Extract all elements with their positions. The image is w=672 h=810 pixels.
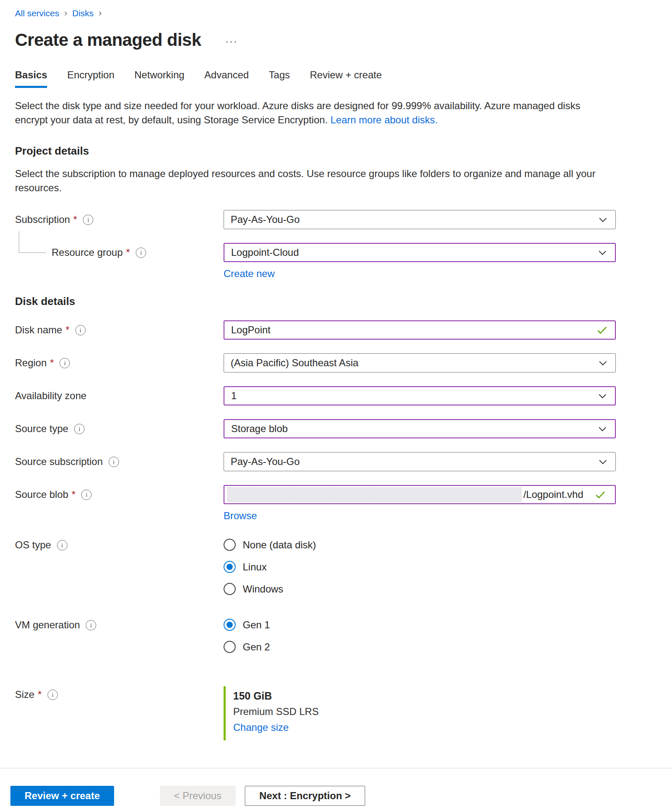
source-subscription-row: Source subscription i Pay-As-You-Go (15, 452, 657, 471)
field-label: Source subscription (15, 456, 103, 468)
required-marker: * (38, 689, 42, 700)
breadcrumb-link-all-services[interactable]: All services (15, 8, 59, 19)
field-label: Source blob (15, 489, 68, 500)
info-icon[interactable]: i (75, 325, 86, 335)
browse-link[interactable]: Browse (224, 510, 257, 522)
tab-bar: Basics Encryption Networking Advanced Ta… (15, 69, 657, 88)
next-encryption-button[interactable]: Next : Encryption > (245, 786, 365, 806)
os-type-radio-group: None (data disk) Linux Windows (224, 539, 316, 605)
subscription-dropdown[interactable]: Pay-As-You-Go (224, 210, 616, 229)
availability-zone-dropdown[interactable]: 1 (224, 386, 616, 405)
redacted-blob-url (227, 487, 522, 502)
breadcrumb-separator-icon: › (99, 8, 102, 19)
info-icon[interactable]: i (81, 490, 92, 500)
radio-option-gen1[interactable]: Gen 1 (224, 619, 270, 631)
chevron-down-icon (597, 423, 608, 435)
radio-icon (224, 583, 236, 595)
vm-generation-row: VM generation i Gen 1 Gen 2 (15, 619, 657, 663)
resource-group-dropdown[interactable]: Logpoint-Cloud (224, 243, 616, 262)
field-label: OS type (15, 539, 51, 551)
field-label: Subscription (15, 214, 70, 225)
source-type-dropdown[interactable]: Storage blob (224, 419, 616, 438)
chevron-down-icon (597, 357, 609, 369)
subscription-value: Pay-As-You-Go (231, 214, 300, 225)
source-blob-row: Source blob * i /Logpoint.vhd (15, 485, 657, 504)
required-marker: * (50, 357, 54, 369)
tab-tags[interactable]: Tags (269, 69, 290, 88)
intro-text: Select the disk type and size needed for… (15, 99, 598, 127)
required-marker: * (65, 324, 69, 336)
tab-review-create[interactable]: Review + create (310, 69, 382, 88)
resource-group-value: Logpoint-Cloud (231, 247, 299, 258)
source-type-value: Storage blob (231, 423, 288, 435)
info-icon[interactable]: i (57, 540, 67, 550)
size-row: Size * i 150 GiB Premium SSD LRS Change … (15, 686, 657, 740)
info-icon[interactable]: i (136, 248, 146, 258)
disk-name-row: Disk name * i LogPoint (15, 320, 657, 340)
required-marker: * (73, 214, 77, 225)
source-subscription-label: Source subscription i (15, 456, 224, 468)
valid-check-icon (596, 324, 608, 336)
field-label: Size (15, 689, 35, 700)
tab-networking[interactable]: Networking (134, 69, 184, 88)
breadcrumb-separator-icon: › (64, 8, 67, 19)
page-content: All services › Disks › Create a managed … (0, 0, 672, 740)
source-subscription-dropdown[interactable]: Pay-As-You-Go (224, 452, 616, 471)
info-icon[interactable]: i (83, 215, 93, 225)
size-value: 150 GiB (233, 689, 319, 703)
region-value: (Asia Pacific) Southeast Asia (231, 357, 358, 369)
info-icon[interactable]: i (74, 424, 85, 434)
previous-button[interactable]: < Previous (160, 786, 236, 806)
resource-group-row: Resource group * i Logpoint-Cloud (15, 243, 657, 262)
radio-option-none-data-disk[interactable]: None (data disk) (224, 539, 316, 551)
info-icon[interactable]: i (86, 620, 96, 630)
info-icon[interactable]: i (109, 457, 119, 467)
region-row: Region * i (Asia Pacific) Southeast Asia (15, 353, 657, 372)
chevron-down-icon (597, 390, 608, 402)
radio-label: Gen 2 (243, 641, 270, 653)
source-blob-input[interactable]: /Logpoint.vhd (224, 485, 616, 504)
field-label: Availability zone (15, 390, 87, 402)
resource-group-label: Resource group * i (15, 247, 224, 258)
tab-advanced[interactable]: Advanced (204, 69, 249, 88)
radio-icon (224, 539, 236, 551)
radio-icon (224, 641, 236, 653)
breadcrumb: All services › Disks › (15, 8, 657, 19)
tab-encryption[interactable]: Encryption (67, 69, 114, 88)
field-label: Resource group (52, 247, 123, 258)
field-label: VM generation (15, 619, 80, 631)
valid-check-icon (594, 488, 607, 501)
disk-name-value: LogPoint (231, 324, 271, 336)
info-icon[interactable]: i (60, 358, 70, 368)
field-label: Source type (15, 423, 68, 435)
disk-details-heading: Disk details (15, 295, 657, 308)
learn-more-link[interactable]: Learn more about disks. (331, 114, 438, 125)
region-label: Region * i (15, 357, 224, 369)
review-create-button[interactable]: Review + create (10, 786, 114, 806)
chevron-down-icon (597, 456, 609, 468)
radio-option-linux[interactable]: Linux (224, 561, 316, 573)
breadcrumb-link-disks[interactable]: Disks (72, 8, 94, 19)
vm-generation-radio-group: Gen 1 Gen 2 (224, 619, 270, 663)
field-label: Region (15, 357, 47, 369)
availability-zone-row: Availability zone 1 (15, 386, 657, 405)
subscription-row: Subscription * i Pay-As-You-Go (15, 210, 657, 229)
radio-option-windows[interactable]: Windows (224, 583, 316, 595)
availability-zone-label: Availability zone (15, 390, 224, 402)
info-icon[interactable]: i (47, 690, 58, 700)
radio-label: Gen 1 (243, 619, 270, 631)
more-options-icon[interactable]: ··· (225, 35, 238, 47)
source-type-label: Source type i (15, 423, 224, 435)
region-dropdown[interactable]: (Asia Pacific) Southeast Asia (224, 353, 616, 372)
radio-selected-icon (224, 619, 236, 631)
radio-option-gen2[interactable]: Gen 2 (224, 641, 270, 653)
tab-basics[interactable]: Basics (15, 69, 47, 88)
radio-label: Windows (243, 583, 283, 595)
disk-name-input[interactable]: LogPoint (224, 320, 616, 340)
create-new-resource-group-link[interactable]: Create new (224, 268, 275, 280)
disk-name-label: Disk name * i (15, 324, 224, 336)
required-marker: * (72, 489, 75, 500)
field-label: Disk name (15, 324, 62, 336)
change-size-link[interactable]: Change size (233, 720, 289, 735)
source-blob-value: /Logpoint.vhd (523, 489, 583, 500)
